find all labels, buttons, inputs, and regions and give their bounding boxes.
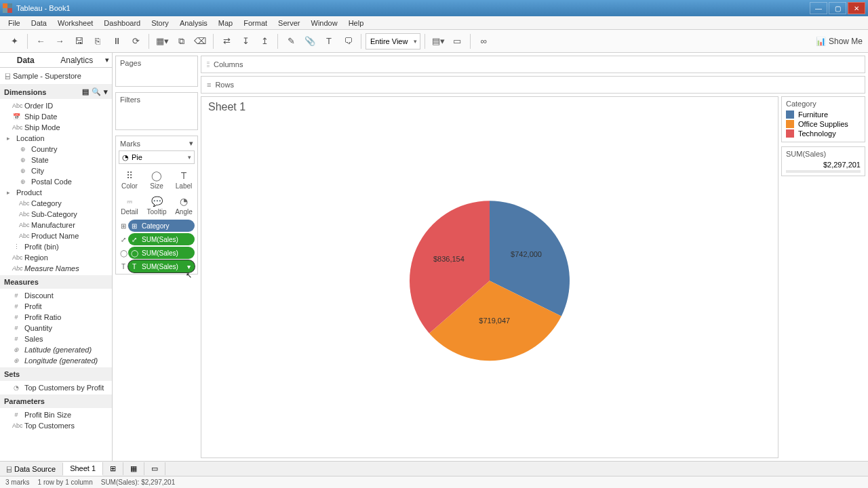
field-type-icon: ⊕ xyxy=(19,167,27,174)
mark-detail-button[interactable]: ⎓Detail xyxy=(116,192,143,218)
dimension-field[interactable]: AbcSub-Category xyxy=(0,209,112,220)
parameter-field[interactable]: AbcTop Customers xyxy=(0,420,112,431)
tab-sheet1[interactable]: Sheet 1 xyxy=(63,462,103,476)
menu-story[interactable]: Story xyxy=(146,18,174,28)
marks-menu-icon[interactable]: ▾ xyxy=(189,139,193,148)
measure-field[interactable]: #Profit xyxy=(0,301,112,312)
search-icon[interactable]: 🔍 xyxy=(92,87,101,96)
dimension-field[interactable]: AbcShip Mode xyxy=(0,122,112,133)
menu-map[interactable]: Map xyxy=(213,18,238,28)
redo-button[interactable]: → xyxy=(51,33,68,50)
new-worksheet-button[interactable]: ▦▾ xyxy=(153,33,171,50)
duplicate-button[interactable]: ⧉ xyxy=(172,33,190,50)
pill-sum-sales-[interactable]: TSUM(Sales)▾ xyxy=(128,260,195,272)
measure-field[interactable]: ⊕Longitude (generated) xyxy=(0,355,112,366)
menu-format[interactable]: Format xyxy=(238,18,273,28)
measure-field[interactable]: #Discount xyxy=(0,290,112,301)
sum-legend[interactable]: SUM(Sales) $2,297,201 xyxy=(781,146,865,176)
pane-menu-icon[interactable]: ▾ xyxy=(104,87,108,96)
share-button[interactable]: ∞ xyxy=(475,33,492,50)
dimension-field[interactable]: ⊕State xyxy=(0,155,112,165)
show-caption-button[interactable]: ▤▾ xyxy=(429,33,447,50)
view-mode-select[interactable]: Entire View xyxy=(366,33,420,49)
dimension-field[interactable]: ⋮Profit (bin) xyxy=(0,241,112,252)
dimension-field[interactable]: AbcOrder ID xyxy=(0,100,112,111)
dimension-field[interactable]: AbcRegion xyxy=(0,252,112,263)
dimension-field[interactable]: ▸Product xyxy=(0,187,112,198)
legend-item[interactable]: Furniture xyxy=(786,110,861,119)
menu-dashboard[interactable]: Dashboard xyxy=(98,18,146,28)
sort-asc-button[interactable]: ↧ xyxy=(237,33,254,50)
show-me-button[interactable]: 📊 Show Me xyxy=(816,37,863,46)
rows-shelf[interactable]: ≡Rows xyxy=(201,76,865,94)
pill-sum-sales-[interactable]: ⤢SUM(Sales) xyxy=(128,233,195,245)
legend-item[interactable]: Technology xyxy=(786,129,861,138)
measure-field[interactable]: #Quantity xyxy=(0,323,112,333)
dimension-field[interactable]: ⊕City xyxy=(0,165,112,176)
tab-data[interactable]: Data xyxy=(0,53,52,67)
pill-dropdown-icon[interactable]: ▾ xyxy=(187,263,191,270)
mark-label-button[interactable]: TLabel xyxy=(170,167,197,192)
menu-data[interactable]: Data xyxy=(26,18,52,28)
presentation-button[interactable]: ▭ xyxy=(448,33,466,50)
menu-analysis[interactable]: Analysis xyxy=(174,18,213,28)
dimension-field[interactable]: ▸Location xyxy=(0,133,112,144)
new-datasource-button[interactable]: ⎘ xyxy=(89,33,106,50)
datasource-row[interactable]: ⌸ Sample - Superstore xyxy=(0,68,112,85)
dimension-field[interactable]: AbcManufacturer xyxy=(0,220,112,230)
legend-swatch xyxy=(786,120,794,128)
menu-worksheet[interactable]: Worksheet xyxy=(52,18,98,28)
filters-shelf[interactable]: Filters xyxy=(115,92,198,130)
dimension-field[interactable]: AbcMeasure Names xyxy=(0,263,112,274)
mark-type-select[interactable]: ◔ Pie xyxy=(119,150,195,164)
sort-desc-button[interactable]: ↥ xyxy=(256,33,273,50)
close-button[interactable]: ✕ xyxy=(848,2,865,14)
view-as-icon[interactable]: ▤ xyxy=(82,87,89,96)
mark-angle-button[interactable]: ◔Angle xyxy=(170,192,197,218)
swap-button[interactable]: ⇄ xyxy=(218,33,235,50)
highlight-button[interactable]: ✎ xyxy=(282,33,300,50)
new-worksheet-tab[interactable]: ⊞ xyxy=(103,462,123,475)
pages-shelf[interactable]: Pages xyxy=(115,56,198,87)
minimize-button[interactable]: — xyxy=(810,2,827,14)
color-legend[interactable]: Category FurnitureOffice SuppliesTechnol… xyxy=(781,96,865,142)
refresh-button[interactable]: ⟳ xyxy=(127,33,144,50)
menu-file[interactable]: File xyxy=(3,18,26,28)
pill-sum-sales-[interactable]: ◯SUM(Sales) xyxy=(128,247,195,259)
tab-datasource[interactable]: ⌸Data Source xyxy=(0,463,63,475)
dimension-field[interactable]: ⊕Postal Code xyxy=(0,176,112,187)
dimension-field[interactable]: AbcProduct Name xyxy=(0,230,112,241)
parameter-field[interactable]: #Profit Bin Size xyxy=(0,409,112,420)
menu-window[interactable]: Window xyxy=(306,18,343,28)
status-marks: 3 marks xyxy=(5,479,30,486)
save-button[interactable]: 🖫 xyxy=(70,33,87,50)
measure-field[interactable]: ⊕Latitude (generated) xyxy=(0,344,112,355)
dimension-field[interactable]: ⊕Country xyxy=(0,144,112,155)
clear-button[interactable]: ⌫ xyxy=(191,33,209,50)
menu-help[interactable]: Help xyxy=(343,18,370,28)
tab-analytics[interactable]: Analytics xyxy=(52,53,103,67)
menu-server[interactable]: Server xyxy=(273,18,305,28)
new-story-tab[interactable]: ▭ xyxy=(144,462,165,475)
viz-canvas[interactable]: Sheet 1 $742,000$719,047$836,154 xyxy=(201,96,778,458)
dimension-field[interactable]: AbcCategory xyxy=(0,198,112,209)
legend-item[interactable]: Office Supplies xyxy=(786,120,861,128)
maximize-button[interactable]: ▢ xyxy=(829,2,846,14)
marklabel-button[interactable]: 🗨 xyxy=(339,33,357,50)
group-button[interactable]: 📎 xyxy=(301,33,319,50)
pill-category[interactable]: ⊞Category xyxy=(128,220,195,232)
undo-button[interactable]: ← xyxy=(32,33,50,50)
measure-field[interactable]: #Profit Ratio xyxy=(0,312,112,323)
datapane-menu-icon[interactable]: ▾ xyxy=(102,53,112,67)
mark-size-button[interactable]: ◯Size xyxy=(143,167,170,192)
measure-field[interactable]: #Sales xyxy=(0,333,112,344)
mark-tooltip-button[interactable]: 💬Tooltip xyxy=(143,192,170,218)
tableau-icon[interactable]: ✦ xyxy=(5,33,23,50)
set-field[interactable]: ◔Top Customers by Profit xyxy=(0,382,112,393)
pause-auto-button[interactable]: ⏸ xyxy=(108,33,125,50)
dimension-field[interactable]: 📅Ship Date xyxy=(0,111,112,122)
new-dashboard-tab[interactable]: ▦ xyxy=(123,462,144,475)
columns-shelf[interactable]: ⦙⦙Columns xyxy=(201,56,865,73)
totals-button[interactable]: T xyxy=(320,33,338,50)
mark-color-button[interactable]: ⠿Color xyxy=(116,167,143,192)
